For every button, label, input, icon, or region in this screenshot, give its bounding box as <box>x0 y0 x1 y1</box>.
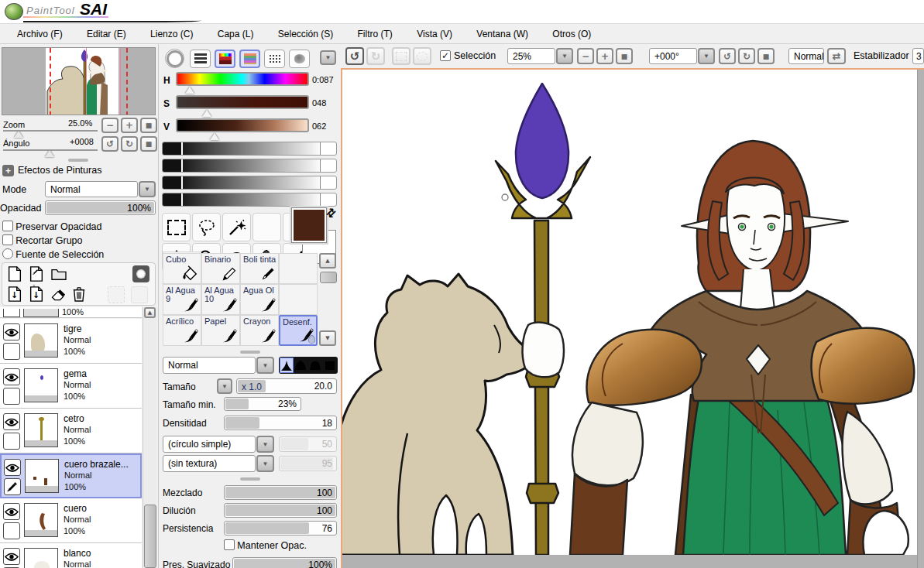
settings-handle[interactable] <box>240 477 260 481</box>
rect-select-tool[interactable] <box>162 213 191 241</box>
brush-edge-select-arrow[interactable]: ▼ <box>256 357 274 374</box>
magic-wand-tool[interactable] <box>222 213 251 241</box>
zoom-dropdown-arrow[interactable]: ▼ <box>556 48 573 64</box>
brush-desenf-selected[interactable]: Desenf. <box>279 315 318 346</box>
zoom-in-button[interactable]: + <box>596 48 613 64</box>
mix-slider-4[interactable] <box>162 193 337 207</box>
layer-checkbox[interactable] <box>3 433 20 450</box>
brush-shape-select-arrow[interactable]: ▼ <box>256 436 274 453</box>
nav-zoom-out-button[interactable]: − <box>101 118 119 133</box>
saturation-slider[interactable] <box>176 95 309 109</box>
brush-scrollbar[interactable]: ▲ ▼ <box>319 253 336 346</box>
tip-shape-flat[interactable] <box>309 358 323 373</box>
canvas-viewport[interactable] <box>341 68 924 568</box>
brush-cubo[interactable]: Cubo <box>163 253 201 284</box>
color-wheel-mode-button[interactable] <box>165 49 184 68</box>
selection-source-radio[interactable] <box>2 248 13 259</box>
delete-layer-button[interactable] <box>72 286 86 305</box>
effects-expand-button[interactable]: + <box>2 165 14 176</box>
brush-texture-select-arrow[interactable]: ▼ <box>256 455 274 472</box>
mix-slider-2[interactable] <box>162 159 337 173</box>
empty-tool-slot-1[interactable] <box>252 213 281 241</box>
menu-ventana[interactable]: Ventana (W) <box>465 24 539 44</box>
value-slider[interactable] <box>176 118 309 132</box>
size-unit-button[interactable]: ▼ <box>217 378 232 394</box>
flip-horizontal-button[interactable]: ⇄ <box>827 48 846 64</box>
canvas-white-area[interactable] <box>342 70 917 555</box>
nav-rotate-cw-button[interactable]: ↻ <box>121 136 138 152</box>
clear-layer-button[interactable] <box>50 286 66 304</box>
nav-zoom-reset-button[interactable]: ■ <box>140 118 157 133</box>
layer-checkbox[interactable] <box>3 343 20 360</box>
smooth-pressure-slider[interactable]: 100% <box>232 557 337 568</box>
panel-drag-handle[interactable] <box>68 159 88 162</box>
layer-row-tigre[interactable]: tigre Normal 100% <box>0 319 142 364</box>
brush-papel[interactable]: Papel <box>201 315 240 346</box>
brush-edge-select[interactable]: Normal <box>163 357 256 374</box>
new-lineart-layer-button[interactable] <box>29 265 44 285</box>
brush-panel-handle[interactable] <box>240 351 260 354</box>
scratchpad-mode-button[interactable] <box>289 50 310 68</box>
layer-visibility-toggle[interactable] <box>3 503 20 520</box>
zoom-reset-button[interactable]: ■ <box>616 48 633 64</box>
layer-visibility-toggle[interactable] <box>3 323 20 340</box>
tip-shape-soft-selected[interactable] <box>280 358 294 373</box>
mode-select-arrow[interactable]: ▼ <box>139 181 156 197</box>
layer-row-cuero[interactable]: cuero Normal 100% <box>0 498 142 543</box>
layer-row-cetro[interactable]: cetro Normal 100% <box>0 409 142 453</box>
brush-scroll-down-button[interactable]: ▼ <box>319 330 336 346</box>
stabilizer-value-box[interactable]: 3 <box>912 48 924 64</box>
brush-scroll-up-button[interactable]: ▲ <box>319 253 336 269</box>
layer-visibility-toggle[interactable] <box>3 413 20 430</box>
layer-row-gema[interactable]: gema Normal 100% <box>0 364 142 409</box>
min-size-slider[interactable]: 23% <box>224 397 301 411</box>
clip-group-checkbox[interactable] <box>2 234 13 245</box>
layer-checkbox[interactable] <box>3 388 20 405</box>
blend-slider[interactable]: 100 <box>224 485 337 500</box>
layer-row-blanco[interactable]: blanco Normal 100% <box>0 543 142 568</box>
rotate-reset-button[interactable]: ■ <box>757 48 775 64</box>
menu-vista[interactable]: Vista (V) <box>406 24 463 44</box>
mix-slider-1[interactable] <box>162 142 337 156</box>
brush-boli-tinta[interactable]: Boli tinta <box>240 253 279 284</box>
angle-value-box[interactable]: +000° <box>649 48 697 64</box>
menu-editar[interactable]: Editar (E) <box>76 24 137 44</box>
layer-checkbox[interactable] <box>3 522 20 539</box>
nav-zoom-in-button[interactable]: + <box>121 118 138 133</box>
tip-shape-round[interactable] <box>294 358 308 373</box>
hsv-slider-mode-button[interactable] <box>239 50 260 68</box>
rotate-cw-button[interactable]: ↻ <box>738 48 755 64</box>
color-panel-menu-button[interactable]: ▼ <box>320 50 336 65</box>
brush-shape-select[interactable]: (círculo simple) <box>163 436 256 453</box>
layer-visibility-toggle[interactable] <box>3 548 20 565</box>
layer-mask-button[interactable] <box>132 265 149 282</box>
layer-scroll-up-button[interactable]: ▲ <box>144 307 156 318</box>
undo-button[interactable]: ↺ <box>345 47 364 65</box>
nav-rotate-ccw-button[interactable]: ↺ <box>101 136 119 152</box>
mix-slider-3[interactable] <box>162 176 337 190</box>
brush-al-agua-9[interactable]: Al Agua 9 <box>163 284 201 315</box>
menu-lienzo[interactable]: Lienzo (C) <box>139 24 204 44</box>
menu-otros[interactable]: Otros (O) <box>541 24 602 44</box>
brush-crayon[interactable]: Crayon <box>240 315 279 346</box>
brush-texture-select[interactable]: (sin textura) <box>163 455 256 472</box>
lasso-tool[interactable] <box>192 213 221 241</box>
hue-slider[interactable] <box>176 72 309 86</box>
layer-visibility-toggle[interactable] <box>3 368 20 385</box>
layer-row-partial[interactable]: 100% <box>0 307 142 318</box>
new-layer-button[interactable] <box>7 265 22 285</box>
size-slider[interactable]: x 1.0 20.0 <box>236 378 337 394</box>
menu-filtro[interactable]: Filtro (T) <box>347 24 404 44</box>
dilution-slider[interactable]: 100 <box>224 503 337 518</box>
zoom-value-box[interactable]: 25% <box>507 48 555 64</box>
clear-merge-button[interactable]: ↓ <box>29 286 44 305</box>
color-bars-mode-button[interactable] <box>190 50 211 68</box>
selection-visible-checkbox[interactable]: ✓ <box>440 50 451 61</box>
navigator-preview[interactable] <box>2 47 156 115</box>
layer-scroll-thumb[interactable] <box>144 505 156 568</box>
layer-scrollbar[interactable]: ▲ <box>143 307 156 568</box>
layer-visibility-toggle[interactable] <box>4 459 21 476</box>
preserve-opacity-checkbox[interactable] <box>2 221 13 231</box>
brush-scroll-thumb[interactable] <box>320 272 337 283</box>
rotate-ccw-button[interactable]: ↺ <box>719 48 736 64</box>
